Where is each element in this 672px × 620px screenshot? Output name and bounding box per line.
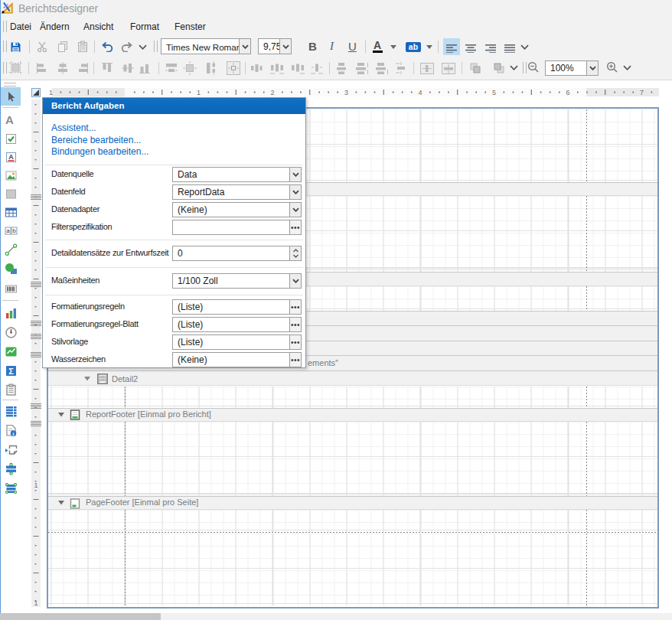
svg-text:i: i	[13, 431, 15, 436]
svg-text:Σ: Σ	[8, 367, 14, 376]
svg-text:b: b	[12, 227, 16, 234]
svg-text:1: 1	[34, 599, 38, 607]
svg-text:A: A	[8, 153, 14, 161]
svg-text:a: a	[6, 227, 10, 234]
svg-text:5: 5	[492, 89, 496, 96]
svg-text:1: 1	[197, 89, 201, 96]
svg-text:2: 2	[270, 89, 274, 96]
svg-text:1: 1	[49, 89, 53, 96]
svg-text:7: 7	[640, 89, 644, 96]
svg-text:1: 1	[34, 481, 38, 489]
svg-text:3: 3	[344, 89, 348, 96]
svg-text:4: 4	[418, 89, 422, 96]
svg-text:6: 6	[566, 89, 569, 96]
